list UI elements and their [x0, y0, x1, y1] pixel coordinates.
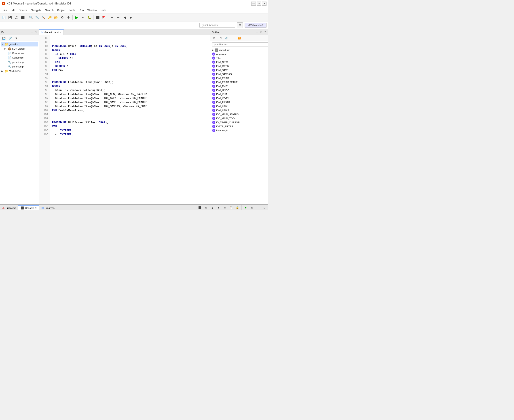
console-btn8[interactable]: ▶	[243, 205, 249, 210]
minimize-panel-button[interactable]: —	[30, 30, 34, 34]
stop-console-btn[interactable]: ⬛	[197, 205, 203, 210]
id-timer-cursor-icon: C	[212, 121, 215, 124]
outline-item-idc-main-status[interactable]: C IDC_MAIN_STATUS	[210, 112, 268, 116]
outline-item-linelength[interactable]: C LineLength	[210, 128, 268, 133]
outline-maximize-btn[interactable]: □	[259, 30, 263, 34]
tb-step[interactable]: 🚩	[101, 15, 107, 20]
outline-item-idm-exit[interactable]: C IDM_EXIT	[210, 84, 268, 88]
outline-item-title[interactable]: C Title	[210, 56, 268, 60]
run-button[interactable]: ▶	[74, 15, 80, 20]
outline-item-idstr-filter[interactable]: C IDSTR_FILTER	[210, 124, 268, 128]
tab-generic-mod[interactable]: M Generic.mod ✕	[39, 30, 64, 35]
maximize-button[interactable]: □	[257, 1, 261, 6]
outline-item-idm-printsetup[interactable]: C IDM_PRINTSETUP	[210, 80, 268, 84]
console-minimize-btn[interactable]: —	[255, 205, 261, 210]
tab-close-button[interactable]: ✕	[60, 31, 61, 34]
outline-item-idm-print[interactable]: C IDM_PRINT	[210, 76, 268, 80]
tb-button4[interactable]: ⬛	[20, 15, 25, 20]
tree-item-genericn[interactable]: 🔧 genericn.pr	[4, 64, 38, 69]
console-btn9[interactable]: ⊞	[249, 205, 255, 210]
tb-redo[interactable]: ↪	[115, 15, 121, 20]
menu-search[interactable]: Search	[43, 8, 55, 13]
new-button[interactable]: 📄	[1, 15, 7, 20]
outline-item-idm-saveas[interactable]: C IDM_SAVEAS	[210, 72, 268, 76]
tree-item-modulapac[interactable]: ▶ 📁 ModulaPac	[1, 69, 38, 73]
tab-progress[interactable]: ▦ Progress	[39, 205, 57, 210]
menu-edit[interactable]: Edit	[9, 8, 17, 13]
tree-item-generic-prj[interactable]: 📄 Generic.prj	[4, 55, 38, 60]
outline-item-idm-undo[interactable]: C IDM_UNDO	[210, 88, 268, 92]
outline-link-btn[interactable]: 🔗	[224, 35, 230, 41]
outline-item-idm-new[interactable]: C IDM_NEW	[210, 60, 268, 64]
outline-item-id-timer-cursor[interactable]: C ID_TIMER_CURSOR	[210, 120, 268, 124]
outline-sort-btn[interactable]: ↕	[230, 35, 236, 41]
outline-item-idm-open[interactable]: C IDM_OPEN	[210, 64, 268, 68]
outline-filter-btn[interactable]: 🔽	[236, 35, 242, 41]
menu-file[interactable]: File	[1, 8, 9, 13]
tb-undo[interactable]: ↩	[109, 15, 115, 20]
sidebar-dropdown-btn[interactable]: ▼	[13, 35, 19, 41]
sidebar-save-btn[interactable]: 💾	[1, 35, 7, 41]
menu-navigate[interactable]: Navigate	[29, 8, 43, 13]
tb-back[interactable]: ◀	[122, 15, 127, 20]
save-button[interactable]: 💾	[7, 15, 13, 20]
console-maximize-btn[interactable]: □	[261, 205, 267, 210]
search-btn[interactable]: 🔍	[28, 15, 34, 20]
menu-window[interactable]: Window	[86, 8, 99, 13]
outline-item-idm-save[interactable]: C IDM_SAVE	[210, 68, 268, 72]
outline-item-appname[interactable]: C AppName	[210, 52, 268, 56]
console-tab-close[interactable]: ✕	[35, 207, 37, 209]
outline-item-import-list[interactable]: ▶ ≡ import list	[210, 48, 268, 52]
close-button[interactable]: ✕	[262, 1, 267, 6]
outline-item-idc-main-tool[interactable]: C IDC_MAIN_TOOL	[210, 116, 268, 120]
tree-item-sdk[interactable]: ▶ 📦 SDK Library	[4, 46, 38, 51]
menu-project[interactable]: Project	[55, 8, 67, 13]
console-btn7[interactable]: 🔒	[235, 205, 240, 210]
print-button[interactable]: 🖨	[13, 15, 19, 20]
outline-help-btn[interactable]: ?	[263, 30, 267, 34]
outline-item-idm-copy[interactable]: C IDM_COPY	[210, 96, 268, 100]
menu-tools[interactable]: Tools	[67, 8, 77, 13]
tb-stop[interactable]: ⬛	[95, 15, 100, 20]
console-up-btn[interactable]: ▲	[209, 205, 215, 210]
maximize-panel-button[interactable]: □	[34, 30, 38, 34]
tab-console[interactable]: ⬛ Console ✕	[18, 205, 39, 210]
outline-item-idm-link[interactable]: C IDM_LINK	[210, 104, 268, 108]
outline-item-idm-paste[interactable]: C IDM_PASTE	[210, 100, 268, 104]
outline-filter-input[interactable]	[212, 42, 268, 46]
tb-debug[interactable]: 🐛	[86, 15, 92, 20]
menu-help[interactable]: Help	[99, 8, 108, 13]
outline-collapse-btn[interactable]: ⊞	[211, 35, 217, 41]
tb-run2[interactable]: ▼	[80, 15, 86, 20]
console-btn5[interactable]: ≡	[222, 205, 228, 210]
menu-source[interactable]: Source	[17, 8, 29, 13]
idm-paste-icon: C	[212, 101, 215, 104]
minimize-button[interactable]: —	[251, 1, 256, 6]
outline-item-idm-cut[interactable]: C IDM_CUT	[210, 92, 268, 96]
quick-access-input[interactable]	[199, 23, 235, 28]
tb-gear[interactable]: ⚙	[66, 15, 71, 20]
tb-folder[interactable]: 📂	[53, 15, 59, 20]
tb-forward[interactable]: ▶	[128, 15, 134, 20]
tree-item-genericr[interactable]: ▼ 📁 genericr	[1, 42, 38, 46]
tb-refresh[interactable]: ♻	[59, 15, 65, 20]
tab-problems[interactable]: ⚠ Problems	[0, 205, 18, 210]
xds-modula2-tab[interactable]: XDS Modula-2	[245, 23, 267, 28]
tree-item-genericc[interactable]: 🔧 genericc.pr	[4, 60, 38, 64]
editor-content[interactable]: 82 83 84 85 86 87 88 89 90 91 92 93 94 9…	[39, 35, 210, 204]
menu-run[interactable]: Run	[77, 8, 86, 13]
tb-hammer[interactable]: 🔨	[40, 15, 46, 20]
console-btn2[interactable]: ⊞	[203, 205, 209, 210]
outline-minimize-btn[interactable]: —	[255, 30, 259, 34]
sidebar-link-btn[interactable]: 🔗	[7, 35, 13, 41]
outline-expand-btn[interactable]: ⊟	[218, 35, 223, 41]
sdk-icon: 📦	[8, 47, 11, 51]
perspectives-button[interactable]: ⊞	[237, 22, 243, 28]
tree-item-generic-mc[interactable]: 📄 Generic.mc	[4, 51, 38, 55]
tb-wrench[interactable]: 🔧	[34, 15, 40, 20]
tb-btn5[interactable]: 🔑	[47, 15, 53, 20]
console-down-btn[interactable]: ▼	[216, 205, 222, 210]
outline-item-idm-links[interactable]: C IDM_LINKS	[210, 108, 268, 112]
tree-label-generic-mc: Generic.mc	[12, 52, 25, 54]
console-btn6[interactable]: 📋	[228, 205, 234, 210]
